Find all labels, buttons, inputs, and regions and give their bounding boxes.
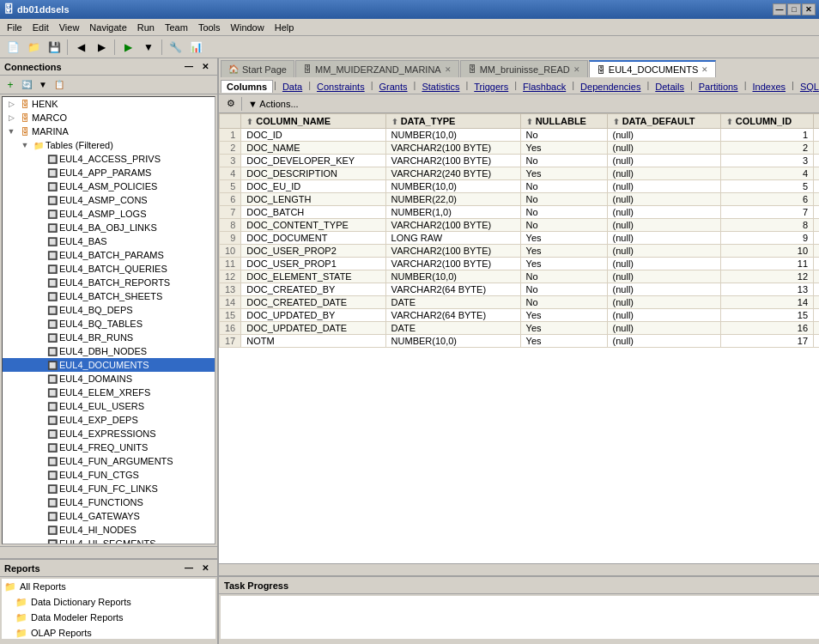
report-item-datadict[interactable]: 📁 Data Dictionary Reports xyxy=(2,594,215,610)
table-row[interactable]: 6 DOC_LENGTH NUMBER(22,0) No (null) 6 (n… xyxy=(220,193,820,206)
list-item[interactable]: 🔲EUL4_DBH_NODES xyxy=(3,344,215,358)
list-item[interactable]: 🔲EUL4_FUN_FC_LINKS xyxy=(3,482,215,495)
table-row[interactable]: 15 DOC_UPDATED_BY VARCHAR2(64 BYTE) Yes … xyxy=(220,309,820,322)
list-item[interactable]: 🔲EUL4_ASMP_LOGS xyxy=(3,207,215,221)
tab-partitions[interactable]: Partitions xyxy=(694,81,743,93)
list-item[interactable]: 🔲EUL4_FUNCTIONS xyxy=(3,495,215,509)
tab-mm-bruinisse[interactable]: 🗄 MM_bruinisse_READ ✕ xyxy=(460,60,588,77)
table-row[interactable]: 10 DOC_USER_PROP2 VARCHAR2(100 BYTE) Yes… xyxy=(220,245,820,258)
tab-close-btn[interactable]: ✕ xyxy=(573,65,580,74)
table-row[interactable]: 5 DOC_EU_ID NUMBER(10,0) No (null) 5 (nu… xyxy=(220,180,820,193)
list-item[interactable]: 🔲EUL4_EXP_DEPS xyxy=(3,413,215,427)
filter-btn[interactable]: ▼ xyxy=(35,78,51,92)
table-row[interactable]: 1 DOC_ID NUMBER(10,0) No (null) 1 (null) xyxy=(220,129,820,142)
report-item-all[interactable]: 📁 All Reports xyxy=(2,579,215,594)
report-item-datamod[interactable]: 📁 Data Modeler Reports xyxy=(2,610,215,625)
list-item[interactable]: 🔲EUL4_BATCH_REPORTS xyxy=(3,276,215,289)
tab-columns[interactable]: Columns xyxy=(221,80,273,93)
tab-statistics[interactable]: Statistics xyxy=(416,81,464,93)
list-item[interactable]: 🔲EUL4_ELEM_XREFS xyxy=(3,386,215,399)
th-nullable[interactable]: ⬆ NULLABLE xyxy=(520,114,607,129)
table-row[interactable]: 4 DOC_DESCRIPTION VARCHAR2(240 BYTE) Yes… xyxy=(220,167,820,180)
th-data-default[interactable]: ⬆ DATA_DEFAULT xyxy=(607,114,720,129)
menu-item-edit[interactable]: Edit xyxy=(27,21,54,34)
menu-item-navigate[interactable]: Navigate xyxy=(84,21,131,34)
tab-data[interactable]: Data xyxy=(277,81,307,93)
list-item[interactable]: 🔲EUL4_BA_OBJ_LINKS xyxy=(3,221,215,234)
add-connection-btn[interactable]: + xyxy=(3,78,18,92)
connections-tree[interactable]: ▷ 🗄 HENK ▷ 🗄 MARCO ▼ 🗄 MARINA ▼ 📁 Tables… xyxy=(2,96,215,544)
tree-node-marina[interactable]: ▼ 🗄 MARINA xyxy=(3,125,215,138)
menu-item-view[interactable]: View xyxy=(54,21,85,34)
refresh-btn[interactable]: 🔄 xyxy=(19,78,34,92)
list-item[interactable]: 🔲EUL4_ASMP_CONS xyxy=(3,193,215,207)
actions-dropdown-btn[interactable]: ▼ Actions... xyxy=(244,96,303,112)
list-item[interactable]: 🔲EUL4_BR_RUNS xyxy=(3,331,215,344)
run-dropdown[interactable]: ▼ xyxy=(139,38,158,57)
th-column-name[interactable]: ⬆ COLUMN_NAME xyxy=(241,114,385,129)
close-button[interactable]: ✕ xyxy=(802,3,816,15)
menu-item-help[interactable]: Help xyxy=(270,21,300,34)
open-button[interactable]: 📁 xyxy=(24,38,43,57)
table-row[interactable]: 9 DOC_DOCUMENT LONG RAW Yes (null) 9 (nu… xyxy=(220,232,820,245)
tab-dependencies[interactable]: Dependencies xyxy=(575,81,646,93)
list-item[interactable]: 🔲EUL4_GATEWAYS xyxy=(3,509,215,523)
menu-item-team[interactable]: Team xyxy=(160,21,193,34)
list-item[interactable]: 🔲EUL4_BATCH_PARAMS xyxy=(3,248,215,262)
list-item[interactable]: 🔲EUL4_FUN_ARGUMENTS xyxy=(3,454,215,468)
table-row[interactable]: 7 DOC_BATCH NUMBER(1,0) No (null) 7 (nul… xyxy=(220,206,820,219)
run-button[interactable]: ▶ xyxy=(118,38,137,57)
list-item[interactable]: 🔲EUL4_BATCH_SHEETS xyxy=(3,289,215,303)
back-button[interactable]: ◀ xyxy=(71,38,90,57)
reports-close-btn[interactable]: ✕ xyxy=(197,562,213,575)
tab-mm-muiderzand[interactable]: 🗄 MM_MUIDERZAND_MARINA ✕ xyxy=(295,60,459,77)
tab-close-btn[interactable]: ✕ xyxy=(701,65,708,74)
table-row[interactable]: 13 DOC_CREATED_BY VARCHAR2(64 BYTE) No (… xyxy=(220,283,820,296)
list-item[interactable]: 🔲EUL4_EXPRESSIONS xyxy=(3,427,215,440)
menu-item-file[interactable]: File xyxy=(2,21,27,34)
report-item-olap[interactable]: 📁 OLAP Reports xyxy=(2,625,215,639)
minimize-button[interactable]: — xyxy=(773,3,786,15)
list-item[interactable]: 🔲EUL4_BQ_TABLES xyxy=(3,317,215,331)
panel-minimize-btn[interactable]: — xyxy=(181,60,197,74)
table-row[interactable]: 14 DOC_CREATED_DATE DATE No (null) 14 (n… xyxy=(220,296,820,309)
list-item[interactable]: 🔲EUL4_DOMAINS xyxy=(3,372,215,386)
list-item[interactable]: 🔲EUL4_EUL_USERS xyxy=(3,399,215,413)
tree-node-tables[interactable]: ▼ 📁 Tables (Filtered) xyxy=(3,138,215,152)
table-row[interactable]: 11 DOC_USER_PROP1 VARCHAR2(100 BYTE) Yes… xyxy=(220,258,820,270)
tab-details[interactable]: Details xyxy=(650,81,689,93)
tab-flashback[interactable]: Flashback xyxy=(518,81,571,93)
tab-eul4-documents[interactable]: 🗄 EUL4_DOCUMENTS ✕ xyxy=(589,60,717,77)
panel-close-btn[interactable]: ✕ xyxy=(197,60,213,74)
columns-table[interactable]: ⬆ COLUMN_NAME ⬆ DATA_TYPE ⬆ NULLABLE ⬆ D… xyxy=(219,113,819,563)
table-row[interactable]: 16 DOC_UPDATED_DATE DATE Yes (null) 16 (… xyxy=(220,322,820,335)
list-item[interactable]: 🔲EUL4_HI_SEGMENTS xyxy=(3,537,215,544)
list-item[interactable]: 🔲EUL4_FREQ_UNITS xyxy=(3,440,215,454)
menu-item-tools[interactable]: Tools xyxy=(193,21,226,34)
new-button[interactable]: 📄 xyxy=(3,38,22,57)
list-item[interactable]: 🔲EUL4_BQ_DEPS xyxy=(3,303,215,317)
tab-start-page[interactable]: 🏠 Start Page xyxy=(221,60,294,77)
table-row[interactable]: 2 DOC_NAME VARCHAR2(100 BYTE) Yes (null)… xyxy=(220,142,820,155)
table-row[interactable]: 12 DOC_ELEMENT_STATE NUMBER(10,0) No (nu… xyxy=(220,270,820,283)
tree-node-henk[interactable]: ▷ 🗄 HENK xyxy=(3,97,215,111)
list-item[interactable]: 🔲EUL4_BATCH_QUERIES xyxy=(3,262,215,276)
tab-close-btn[interactable]: ✕ xyxy=(445,65,452,74)
tab-sql[interactable]: SQL xyxy=(795,81,819,93)
forward-button[interactable]: ▶ xyxy=(92,38,111,57)
tree-node-marco[interactable]: ▷ 🗄 MARCO xyxy=(3,111,215,125)
table-row[interactable]: 8 DOC_CONTENT_TYPE VARCHAR2(100 BYTE) No… xyxy=(220,219,820,232)
menu-item-run[interactable]: Run xyxy=(132,21,160,34)
list-item[interactable]: 🔲EUL4_ASM_POLICIES xyxy=(3,179,215,193)
th-comments[interactable]: ⬆ COMMENTS xyxy=(814,114,819,129)
tool2-button[interactable]: 📊 xyxy=(186,38,205,57)
th-data-type[interactable]: ⬆ DATA_TYPE xyxy=(385,114,520,129)
tab-grants[interactable]: Grants xyxy=(374,81,413,93)
properties-btn[interactable]: 📋 xyxy=(52,78,67,92)
tool1-button[interactable]: 🔧 xyxy=(166,38,185,57)
reports-minimize-btn[interactable]: — xyxy=(181,562,197,575)
tab-triggers[interactable]: Triggers xyxy=(469,81,513,93)
tree-hscroll[interactable] xyxy=(0,546,217,558)
list-item[interactable]: 🔲EUL4_APP_PARAMS xyxy=(3,166,215,179)
list-item[interactable]: 🔲EUL4_DOCUMENTS xyxy=(3,358,215,372)
